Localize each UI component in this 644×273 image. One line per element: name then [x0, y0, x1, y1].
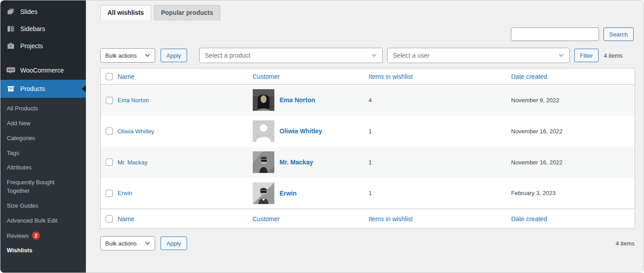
woocommerce-icon: WOO: [6, 66, 15, 75]
sort-by-customer[interactable]: Customer: [253, 215, 280, 223]
current-menu-arrow-icon: [82, 85, 86, 92]
date-created-value: February 3, 2023: [511, 178, 635, 209]
customer-name-link[interactable]: Erwin: [280, 190, 297, 197]
apply-button[interactable]: Apply: [161, 49, 187, 62]
search-input[interactable]: [511, 27, 599, 41]
filter-button[interactable]: Filter: [574, 49, 599, 62]
submenu-item-advanced-bulk-edit[interactable]: Advanced Bulk Edit: [0, 214, 84, 228]
sidebar-item-sidebars[interactable]: Sidebars: [0, 20, 86, 37]
table-footer-header-row: Name Customer Items in wishlist Date cre…: [101, 209, 635, 229]
table-row: Mr. Mackay Mr. Mackay 1 November 16, 202…: [101, 147, 635, 178]
select-all-checkbox[interactable]: [106, 215, 113, 223]
products-submenu: All Products Add New Categories Tags Att…: [0, 98, 86, 273]
sort-by-name[interactable]: Name: [118, 73, 134, 80]
row-checkbox[interactable]: [106, 190, 113, 197]
submenu-item-add-new[interactable]: Add New: [0, 116, 84, 131]
bulk-actions-select[interactable]: Bulk actions: [100, 48, 155, 63]
tab-popular-products[interactable]: Popular products: [154, 5, 220, 20]
bulk-actions-selected-value: Bulk actions: [105, 52, 137, 59]
items-count-bottom: 4 items: [616, 240, 635, 247]
items-in-wishlist-value: 1: [369, 178, 511, 209]
customer-name-link[interactable]: Ema Norton: [280, 96, 315, 104]
sidebar-item-projects[interactable]: Projects: [0, 37, 86, 55]
customer-avatar[interactable]: [253, 182, 274, 204]
wishlist-name-link[interactable]: Oliwia Whitley: [118, 128, 155, 135]
table-header-row: Name Customer Items in wishlist Date cre…: [101, 68, 635, 85]
select-all-checkbox[interactable]: [106, 73, 113, 80]
customer-name-link[interactable]: Mr. Mackay: [280, 159, 313, 166]
sort-by-items[interactable]: Items in wishlist: [369, 215, 413, 223]
wordpress-admin-window: Slides Sidebars Projects WOO WooCommerce: [0, 0, 644, 273]
user-filter-select[interactable]: Select a user: [387, 48, 570, 63]
sort-by-date[interactable]: Date created: [511, 73, 547, 80]
date-created-value: November 16, 2022: [511, 147, 635, 178]
reviews-count-badge: 2: [32, 232, 40, 240]
row-checkbox[interactable]: [106, 97, 113, 104]
sidebars-icon: [6, 24, 15, 33]
wishlists-table: Name Customer Items in wishlist Date cre…: [100, 68, 635, 229]
submenu-item-attributes[interactable]: Attributes: [0, 160, 84, 175]
svg-text:WOO: WOO: [8, 68, 14, 71]
date-created-value: November 9, 2022: [511, 85, 635, 116]
submenu-item-size-guides[interactable]: Size Guides: [0, 199, 84, 214]
date-created-value: November 16, 2022: [511, 116, 635, 147]
apply-button-bottom[interactable]: Apply: [161, 237, 187, 250]
sort-by-customer[interactable]: Customer: [253, 73, 280, 80]
projects-icon: [6, 41, 15, 50]
search-row: Search: [100, 27, 634, 41]
customer-avatar[interactable]: [253, 120, 274, 142]
products-icon: [6, 84, 15, 93]
customer-avatar[interactable]: [253, 151, 274, 173]
submenu-item-tags[interactable]: Tags: [0, 146, 84, 161]
bottom-toolbar: Bulk actions Apply 4 items: [100, 236, 635, 250]
sidebar-item-label: Sidebars: [20, 25, 45, 32]
chevron-down-icon: [371, 54, 377, 57]
sidebar-item-slides[interactable]: Slides: [0, 3, 86, 20]
table-row: Oliwia Whitley Oliwia Whitley 1 November…: [101, 116, 635, 147]
user-filter-placeholder: Select a user: [393, 52, 430, 59]
submenu-item-frequently-bought-together[interactable]: Frequently Bought Together: [0, 175, 84, 199]
product-filter-select[interactable]: Select a product: [199, 48, 383, 63]
table-row: Ema Norton Ema Norton 4 November 9, 2022: [101, 85, 635, 116]
tab-bar: All wishlists Popular products: [100, 0, 634, 20]
sidebar-item-woocommerce[interactable]: WOO WooCommerce: [0, 62, 86, 79]
submenu-item-label: Reviews: [7, 232, 29, 239]
slides-icon: [6, 7, 15, 16]
sort-by-items[interactable]: Items in wishlist: [369, 73, 413, 80]
items-count: 4 items: [604, 52, 622, 59]
customer-name-link[interactable]: Oliwia Whitley: [280, 127, 322, 135]
chevron-down-icon: [145, 241, 150, 245]
sidebar-item-label: WooCommerce: [20, 67, 64, 74]
sidebar-item-label: Projects: [20, 42, 43, 50]
chevron-down-icon: [145, 54, 150, 57]
bulk-actions-selected-value: Bulk actions: [105, 240, 137, 247]
customer-avatar[interactable]: [253, 89, 274, 111]
items-in-wishlist-value: 1: [369, 147, 511, 178]
bulk-actions-select-bottom[interactable]: Bulk actions: [100, 236, 155, 250]
submenu-item-reviews[interactable]: Reviews2: [0, 228, 84, 244]
submenu-item-all-products[interactable]: All Products: [0, 101, 84, 116]
items-in-wishlist-value: 1: [369, 116, 511, 147]
submenu-item-wishlists[interactable]: Wishlists: [0, 243, 84, 258]
row-checkbox[interactable]: [106, 127, 113, 135]
submenu-item-categories[interactable]: Categories: [0, 131, 84, 146]
filter-toolbar: Bulk actions Apply Select a product Sele…: [100, 48, 634, 63]
wishlist-name-link[interactable]: Ema Norton: [118, 97, 149, 104]
wishlist-name-link[interactable]: Mr. Mackay: [118, 159, 148, 166]
sort-by-name[interactable]: Name: [118, 215, 134, 223]
wishlist-name-link[interactable]: Erwin: [118, 190, 133, 196]
sidebar-item-products[interactable]: Products: [0, 80, 86, 98]
items-in-wishlist-value: 4: [369, 85, 511, 116]
table-row: Erwin Erwin 1 February 3, 2023: [101, 178, 635, 209]
wishlists-page: All wishlists Popular products Search Bu…: [86, 0, 644, 273]
chevron-down-icon: [559, 54, 564, 57]
sidebar-item-label: Slides: [20, 8, 37, 15]
search-button[interactable]: Search: [604, 27, 634, 41]
admin-sidebar: Slides Sidebars Projects WOO WooCommerce: [0, 0, 86, 273]
tab-all-wishlists[interactable]: All wishlists: [100, 5, 151, 20]
row-checkbox[interactable]: [106, 159, 113, 166]
sort-by-date[interactable]: Date created: [511, 215, 547, 223]
sidebar-item-label: Products: [20, 85, 45, 92]
product-filter-placeholder: Select a product: [205, 52, 250, 59]
